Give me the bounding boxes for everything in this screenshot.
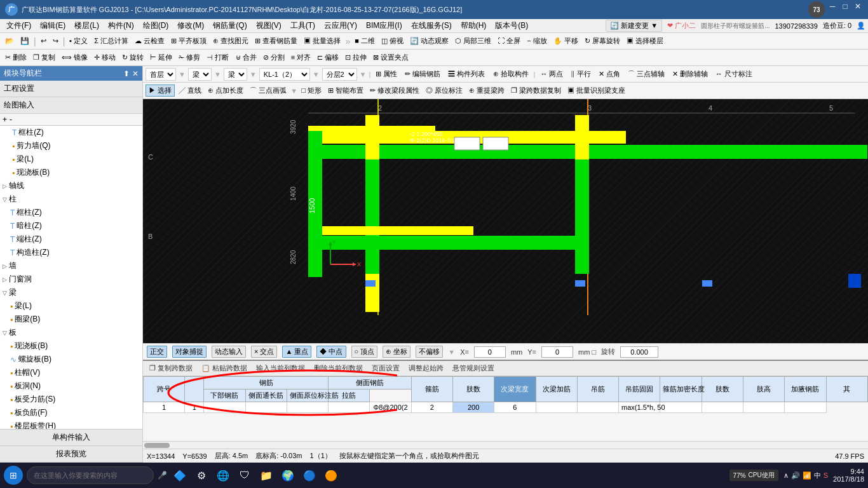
- smartplace-button[interactable]: ⊞ 智能布置: [325, 85, 366, 96]
- menu-rebar[interactable]: 钢筋量(Q): [209, 19, 250, 32]
- undo-button[interactable]: ↩: [38, 36, 49, 46]
- menu-bim[interactable]: BIM应用(I): [362, 19, 406, 32]
- taskbar-icon-4[interactable]: 🛡: [236, 466, 254, 484]
- move-button[interactable]: ✛ 移动: [92, 52, 118, 63]
- tree-item-doorwindow[interactable]: ▷ 门窗洞: [0, 273, 142, 286]
- horizontal-scrollbar[interactable]: [144, 443, 170, 448]
- two-point-button[interactable]: ↔ 两点: [538, 69, 566, 79]
- tree-item-constcol[interactable]: T 构造柱(Z): [0, 246, 142, 259]
- section-select[interactable]: 分层2: [322, 68, 357, 81]
- pan-button[interactable]: ✋ 平移: [551, 36, 581, 46]
- td-span-no[interactable]: 1: [144, 402, 185, 413]
- save-button[interactable]: 💾: [18, 36, 32, 46]
- tree-item-framecol[interactable]: T 框柱(Z): [0, 126, 142, 139]
- new-change-button[interactable]: 🔄 新建变更 ▼: [606, 20, 662, 32]
- delete-col-button[interactable]: 删除当前列数据: [311, 363, 365, 374]
- tray-volume[interactable]: 🔊: [791, 471, 800, 480]
- batch-select-button[interactable]: ▣ 批量选择: [301, 36, 343, 46]
- panel-float-button[interactable]: ⬆: [123, 69, 130, 78]
- rotate-input[interactable]: [620, 346, 658, 358]
- 2d-button[interactable]: ■ 二维: [352, 36, 377, 46]
- user-icon[interactable]: 👤: [857, 22, 865, 30]
- td-side-long[interactable]: [245, 402, 287, 413]
- stretch-button[interactable]: ⊡ 拉伸: [342, 52, 369, 63]
- define-button[interactable]: ▪ 定义: [67, 36, 90, 46]
- offset-button[interactable]: ⊏ 偏移: [315, 52, 341, 63]
- find-elem-button[interactable]: ⊕ 查找图元: [210, 36, 251, 46]
- line-button[interactable]: ╱ 直线: [176, 85, 204, 96]
- floor-select[interactable]: 首层: [146, 68, 176, 81]
- split-button[interactable]: ⊘ 分割: [261, 52, 287, 63]
- data-table-container[interactable]: 跨号 钢筋 侧面钢筋 箍筋 肢数 次梁宽度 次梁加筋 吊筋 吊筋固固 箍筋加密长…: [143, 376, 868, 441]
- td-stirrup[interactable]: Φ8@200(2: [370, 402, 411, 413]
- tray-network[interactable]: 📶: [803, 471, 811, 480]
- search-input[interactable]: [27, 466, 154, 484]
- x-input[interactable]: [474, 346, 506, 358]
- tree-item-beam2[interactable]: ▪ 梁(L): [0, 299, 142, 313]
- ortho-button[interactable]: 正交: [147, 346, 167, 358]
- td-sec-beam-width[interactable]: 200: [452, 402, 494, 413]
- panel-close-button[interactable]: ✕: [132, 69, 139, 78]
- point-cut-button[interactable]: ✕ 点角: [596, 69, 623, 79]
- no-polar-button[interactable]: 不偏移: [416, 346, 443, 358]
- cad-canvas[interactable]: 2 3 4 5 C B 3920 1400 2820: [143, 99, 868, 343]
- sum-button[interactable]: Σ 汇总计算: [92, 36, 131, 46]
- spancopy-button[interactable]: ❐ 梁跨数据复制: [508, 85, 564, 96]
- top-button[interactable]: ○ 顶点: [351, 346, 378, 358]
- td-height[interactable]: [702, 402, 743, 413]
- rect-button[interactable]: □ 矩形: [299, 85, 324, 96]
- menu-app[interactable]: 云应用(Y): [320, 19, 361, 32]
- tree-item-spiralslab[interactable]: ∿ 螺旋板(B): [0, 353, 142, 366]
- td-hanger-fix[interactable]: [577, 402, 618, 413]
- taskbar-icon-7[interactable]: 🔵: [301, 466, 318, 484]
- originlabel-button[interactable]: ◎ 原位标注: [423, 85, 465, 96]
- threearc-button[interactable]: ⌒ 三点画弧: [247, 85, 289, 96]
- copy-span-button[interactable]: ❐ 复制跨数据: [147, 363, 195, 374]
- redo-button[interactable]: ↪: [50, 36, 61, 46]
- menu-tools[interactable]: 工具(T): [287, 19, 319, 32]
- taskbar-icon-6[interactable]: 🌍: [279, 466, 297, 484]
- tree-item-axis[interactable]: ▷ 轴线: [0, 179, 142, 193]
- break-button[interactable]: ⊣ 打断: [204, 52, 231, 63]
- mic-icon[interactable]: 🎤: [158, 471, 167, 480]
- member-list-button[interactable]: ☰ 构件列表: [445, 69, 487, 79]
- edit-rebar-button[interactable]: ✏ 编辑钢筋: [402, 69, 443, 79]
- tree-item-colhat[interactable]: ▪ 柱帽(V): [0, 366, 142, 379]
- menu-draw[interactable]: 绘图(D): [139, 19, 173, 32]
- page-set-button[interactable]: 页面设置: [369, 363, 402, 374]
- midpoint-button[interactable]: ◆ 中点: [316, 346, 346, 358]
- taskbar-icon-3[interactable]: 🌐: [214, 466, 232, 484]
- tree-item-beamgroup[interactable]: ▽ 梁: [0, 286, 142, 299]
- maximize-button[interactable]: □: [840, 1, 850, 11]
- tree-item-col-group[interactable]: ▽ 柱: [0, 193, 142, 206]
- batchidseat-button[interactable]: ▣ 批量识别梁支座: [565, 85, 628, 96]
- tree-item-slabrebar[interactable]: ▪ 板受力筋(S): [0, 393, 142, 406]
- menu-file[interactable]: 文件(F): [3, 19, 35, 32]
- screen-rotate-button[interactable]: ↻ 屏幕旋转: [582, 36, 623, 46]
- modifysection-button[interactable]: ✏ 修改梁段属性: [367, 85, 422, 96]
- merge-button[interactable]: ⊎ 合并: [233, 52, 259, 63]
- delete-button[interactable]: ✂ 删除: [3, 52, 29, 63]
- td-hanger[interactable]: [536, 402, 577, 413]
- input-col-button[interactable]: 输入当前列数据: [254, 363, 308, 374]
- td-other[interactable]: [785, 402, 826, 413]
- zoomout-button[interactable]: − 缩放: [524, 36, 549, 46]
- pipe-manage-button[interactable]: 悬管规则设置: [450, 363, 497, 374]
- clock[interactable]: 9:44 2017/8/18: [833, 468, 864, 483]
- close-button[interactable]: ✕: [853, 1, 863, 11]
- taskbar-icon-8[interactable]: 🟠: [322, 466, 340, 484]
- intersect-button[interactable]: × 交点: [251, 346, 277, 358]
- trim-button[interactable]: ✁ 修剪: [176, 52, 203, 63]
- mirror-button[interactable]: ⟺ 镜像: [59, 52, 90, 63]
- td-haunch[interactable]: [743, 402, 784, 413]
- member-select[interactable]: KL-1（2）: [259, 68, 310, 81]
- dim-button[interactable]: ↔ 尺寸标注: [713, 69, 755, 79]
- taskbar-icon-5[interactable]: 📁: [257, 466, 275, 484]
- align-button[interactable]: ≡ 对齐: [288, 52, 313, 63]
- td-limbs2[interactable]: [660, 402, 702, 413]
- td-side-origin[interactable]: [287, 402, 328, 413]
- dynamic-button[interactable]: 🔄 动态观察: [407, 36, 451, 46]
- rotate-button[interactable]: ↻ 旋转: [119, 52, 146, 63]
- taskbar-icon-1[interactable]: 🔷: [171, 466, 189, 484]
- paste-span-button[interactable]: 📋 粘贴跨数据: [199, 363, 250, 374]
